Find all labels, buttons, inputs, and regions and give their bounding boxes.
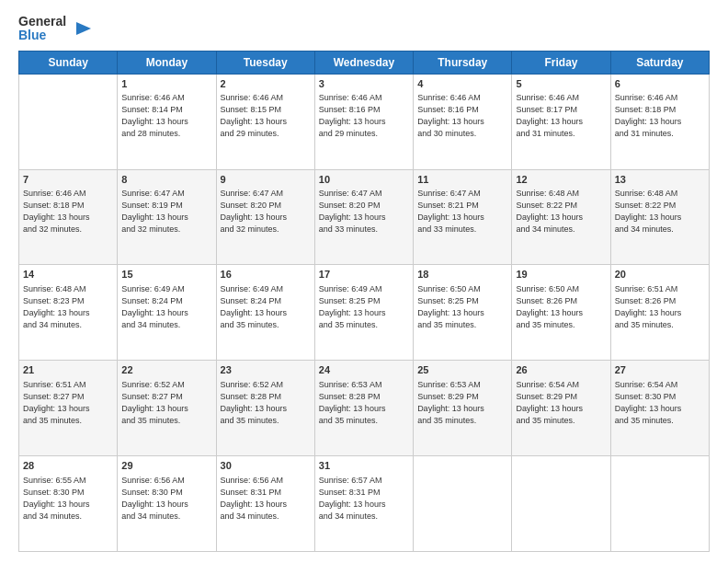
cell-info: Sunrise: 6:48 AMSunset: 8:22 PMDaylight:… [516,188,606,236]
cell-info: Sunrise: 6:47 AMSunset: 8:21 PMDaylight:… [417,188,507,236]
calendar-cell: 5Sunrise: 6:46 AMSunset: 8:17 PMDaylight… [512,74,610,169]
day-number: 14 [23,268,113,282]
calendar-table: SundayMondayTuesdayWednesdayThursdayFrid… [18,51,710,552]
calendar-cell: 22Sunrise: 6:52 AMSunset: 8:27 PMDayligh… [118,361,216,456]
calendar-cell: 19Sunrise: 6:50 AMSunset: 8:26 PMDayligh… [512,265,610,361]
day-number: 30 [221,459,311,473]
calendar-week-4: 21Sunrise: 6:51 AMSunset: 8:27 PMDayligh… [19,361,710,456]
cell-info: Sunrise: 6:54 AMSunset: 8:29 PMDaylight:… [516,379,606,427]
header: General Blue [18,15,710,43]
day-header-tuesday: Tuesday [216,51,314,74]
cell-info: Sunrise: 6:56 AMSunset: 8:30 PMDaylight:… [121,475,211,523]
cell-info: Sunrise: 6:51 AMSunset: 8:26 PMDaylight:… [615,283,705,331]
calendar-week-2: 7Sunrise: 6:46 AMSunset: 8:18 PMDaylight… [19,169,710,265]
cell-info: Sunrise: 6:50 AMSunset: 8:26 PMDaylight:… [516,283,606,331]
day-number: 10 [319,173,409,187]
calendar-cell: 17Sunrise: 6:49 AMSunset: 8:25 PMDayligh… [314,265,413,361]
logo: General Blue [18,15,93,43]
day-number: 15 [121,268,211,282]
day-number: 26 [516,363,606,377]
day-header-thursday: Thursday [414,51,512,74]
day-number: 1 [121,77,211,91]
cell-info: Sunrise: 6:46 AMSunset: 8:14 PMDaylight:… [121,92,211,140]
calendar-cell: 27Sunrise: 6:54 AMSunset: 8:30 PMDayligh… [610,361,709,456]
calendar-cell: 15Sunrise: 6:49 AMSunset: 8:24 PMDayligh… [118,265,216,361]
day-number: 29 [121,459,211,473]
day-number: 11 [417,173,507,187]
calendar-cell: 12Sunrise: 6:48 AMSunset: 8:22 PMDayligh… [512,169,610,265]
calendar-cell: 3Sunrise: 6:46 AMSunset: 8:16 PMDaylight… [314,74,413,169]
cell-info: Sunrise: 6:50 AMSunset: 8:25 PMDaylight:… [417,283,507,331]
day-number: 25 [417,363,507,377]
day-number: 8 [121,173,211,187]
cell-info: Sunrise: 6:49 AMSunset: 8:24 PMDaylight:… [121,283,211,331]
day-number: 7 [23,173,113,187]
day-number: 23 [221,363,311,377]
calendar-cell: 20Sunrise: 6:51 AMSunset: 8:26 PMDayligh… [610,265,709,361]
day-number: 13 [615,173,705,187]
day-number: 27 [615,363,705,377]
calendar-cell: 9Sunrise: 6:47 AMSunset: 8:20 PMDaylight… [216,169,314,265]
calendar-cell: 2Sunrise: 6:46 AMSunset: 8:15 PMDaylight… [216,74,314,169]
calendar-cell: 8Sunrise: 6:47 AMSunset: 8:19 PMDaylight… [118,169,216,265]
calendar-cell: 18Sunrise: 6:50 AMSunset: 8:25 PMDayligh… [414,265,512,361]
day-number: 24 [319,363,409,377]
calendar-cell: 30Sunrise: 6:56 AMSunset: 8:31 PMDayligh… [216,456,314,552]
cell-info: Sunrise: 6:48 AMSunset: 8:22 PMDaylight:… [615,188,705,236]
day-number: 17 [319,268,409,282]
cell-info: Sunrise: 6:46 AMSunset: 8:15 PMDaylight:… [221,92,311,140]
day-number: 2 [221,77,311,91]
logo-triangle-icon [73,18,93,39]
cell-info: Sunrise: 6:47 AMSunset: 8:19 PMDaylight:… [121,188,211,236]
calendar-cell: 13Sunrise: 6:48 AMSunset: 8:22 PMDayligh… [610,169,709,265]
calendar-week-5: 28Sunrise: 6:55 AMSunset: 8:30 PMDayligh… [19,456,710,552]
page: General Blue SundayMondayTuesdayWednesda… [0,0,728,563]
day-number: 12 [516,173,606,187]
day-number: 31 [319,459,409,473]
calendar-cell: 11Sunrise: 6:47 AMSunset: 8:21 PMDayligh… [414,169,512,265]
cell-info: Sunrise: 6:56 AMSunset: 8:31 PMDaylight:… [221,475,311,523]
calendar-week-1: 1Sunrise: 6:46 AMSunset: 8:14 PMDaylight… [19,74,710,169]
logo-text-block: General Blue [18,15,66,43]
cell-info: Sunrise: 6:46 AMSunset: 8:18 PMDaylight:… [23,188,113,236]
day-header-monday: Monday [118,51,216,74]
calendar-header-row: SundayMondayTuesdayWednesdayThursdayFrid… [19,51,710,74]
day-number: 18 [417,268,507,282]
calendar-cell: 1Sunrise: 6:46 AMSunset: 8:14 PMDaylight… [118,74,216,169]
cell-info: Sunrise: 6:47 AMSunset: 8:20 PMDaylight:… [221,188,311,236]
calendar-cell: 28Sunrise: 6:55 AMSunset: 8:30 PMDayligh… [19,456,118,552]
cell-info: Sunrise: 6:52 AMSunset: 8:27 PMDaylight:… [121,379,211,427]
calendar-cell: 26Sunrise: 6:54 AMSunset: 8:29 PMDayligh… [512,361,610,456]
day-number: 19 [516,268,606,282]
day-header-friday: Friday [512,51,610,74]
logo-blue: Blue [18,29,66,42]
day-header-saturday: Saturday [610,51,709,74]
cell-info: Sunrise: 6:47 AMSunset: 8:20 PMDaylight:… [319,188,409,236]
calendar-cell: 4Sunrise: 6:46 AMSunset: 8:16 PMDaylight… [414,74,512,169]
calendar-cell: 25Sunrise: 6:53 AMSunset: 8:29 PMDayligh… [414,361,512,456]
cell-info: Sunrise: 6:49 AMSunset: 8:25 PMDaylight:… [319,283,409,331]
cell-info: Sunrise: 6:52 AMSunset: 8:28 PMDaylight:… [221,379,311,427]
day-number: 4 [417,77,507,91]
calendar-cell: 10Sunrise: 6:47 AMSunset: 8:20 PMDayligh… [314,169,413,265]
day-number: 3 [319,77,409,91]
cell-info: Sunrise: 6:48 AMSunset: 8:23 PMDaylight:… [23,283,113,331]
cell-info: Sunrise: 6:53 AMSunset: 8:28 PMDaylight:… [319,379,409,427]
day-number: 16 [221,268,311,282]
calendar-cell: 21Sunrise: 6:51 AMSunset: 8:27 PMDayligh… [19,361,118,456]
calendar-week-3: 14Sunrise: 6:48 AMSunset: 8:23 PMDayligh… [19,265,710,361]
calendar-cell [414,456,512,552]
calendar-cell: 31Sunrise: 6:57 AMSunset: 8:31 PMDayligh… [314,456,413,552]
calendar-cell [512,456,610,552]
calendar-cell: 29Sunrise: 6:56 AMSunset: 8:30 PMDayligh… [118,456,216,552]
day-number: 6 [615,77,705,91]
cell-info: Sunrise: 6:46 AMSunset: 8:16 PMDaylight:… [319,92,409,140]
calendar-cell: 23Sunrise: 6:52 AMSunset: 8:28 PMDayligh… [216,361,314,456]
calendar-cell [19,74,118,169]
day-header-wednesday: Wednesday [314,51,413,74]
cell-info: Sunrise: 6:55 AMSunset: 8:30 PMDaylight:… [23,475,113,523]
calendar-cell: 24Sunrise: 6:53 AMSunset: 8:28 PMDayligh… [314,361,413,456]
day-header-sunday: Sunday [19,51,118,74]
calendar-cell: 6Sunrise: 6:46 AMSunset: 8:18 PMDaylight… [610,74,709,169]
day-number: 5 [516,77,606,91]
